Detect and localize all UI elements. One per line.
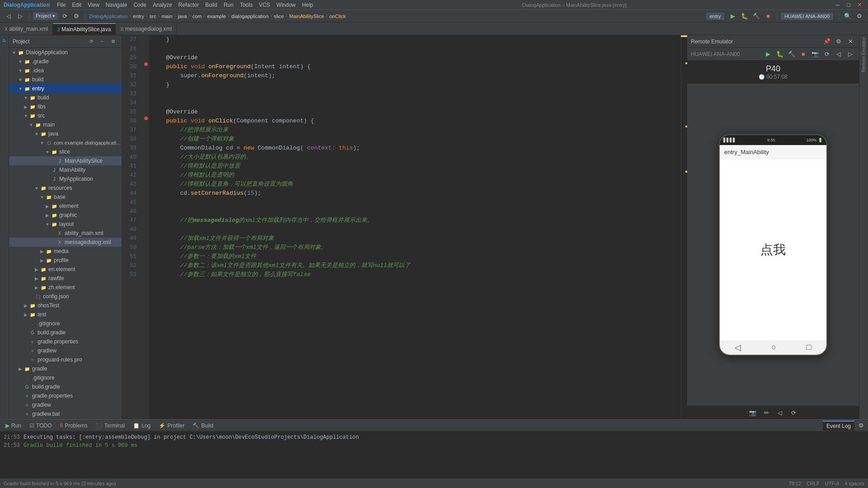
sidebar-sync-btn[interactable]: ⟳ bbox=[86, 37, 96, 47]
breadcrumb-java[interactable]: java bbox=[178, 14, 187, 19]
tree-item-layout[interactable]: ▼ 📁 layout bbox=[9, 220, 122, 229]
tree-item-rawfile[interactable]: ▶ 📁 rawfile bbox=[9, 274, 122, 283]
breadcrumb-com[interactable]: com bbox=[192, 14, 202, 19]
menu-analyze[interactable]: Analyze bbox=[150, 1, 175, 9]
tree-item-test[interactable]: ▶ 📁 test bbox=[9, 310, 122, 319]
menu-edit[interactable]: Edit bbox=[69, 1, 84, 9]
settings-main-button[interactable]: ⚙ bbox=[854, 11, 864, 21]
run-button[interactable]: ▶ bbox=[728, 11, 738, 21]
status-indent[interactable]: 4 spaces bbox=[844, 481, 864, 486]
status-line-sep[interactable]: CRLF bbox=[807, 481, 820, 486]
phone-nav-back[interactable]: ◁ bbox=[735, 343, 741, 352]
build-button[interactable]: 🔨 bbox=[751, 11, 761, 21]
tree-item-idea[interactable]: ▼ 📁 .idea bbox=[9, 66, 122, 75]
tree-item-gradlew[interactable]: ≡ gradlew bbox=[9, 346, 122, 355]
menu-view[interactable]: View bbox=[85, 1, 102, 9]
bottom-tab-problems[interactable]: 6 Problems bbox=[56, 421, 91, 431]
breadcrumb-entry[interactable]: entry bbox=[133, 14, 144, 19]
side-tab-remote-emulator[interactable]: Remote Emulator bbox=[861, 37, 866, 72]
breadcrumb-slice[interactable]: slice bbox=[274, 14, 284, 19]
tree-item-entry-build-gradle[interactable]: G build.gradle bbox=[9, 328, 122, 337]
bottom-tab-event-log[interactable]: Event Log bbox=[823, 421, 854, 431]
tree-item-root-build-gradle[interactable]: G build.gradle bbox=[9, 382, 122, 391]
emulator-nav-back-btn[interactable]: ◁ bbox=[775, 408, 785, 418]
tree-item-gradlew-bat[interactable]: ≡ gradlew.bat bbox=[9, 409, 122, 418]
back-button[interactable]: ◁ bbox=[4, 11, 14, 21]
tree-item-myapplication[interactable]: J MyApplication bbox=[9, 174, 122, 183]
tree-item-gradle[interactable]: ▼ 📁 .gradle bbox=[9, 57, 122, 66]
status-position[interactable]: 79:12 bbox=[789, 481, 802, 486]
emulator-debug-btn[interactable]: 🐛 bbox=[775, 49, 785, 59]
sidebar-collapse-btn[interactable]: − bbox=[97, 37, 107, 47]
tree-item-en-element[interactable]: ▶ 📁 en.element bbox=[9, 265, 122, 274]
emulator-reload-bottom-btn[interactable]: ⟳ bbox=[788, 408, 798, 418]
tree-item-entry-gitignore[interactable]: . .gitignore bbox=[9, 319, 122, 328]
tree-item-ohostest[interactable]: ▶ 📁 ohosTest bbox=[9, 301, 122, 310]
bottom-tab-terminal[interactable]: ⬛ Terminal bbox=[92, 421, 128, 431]
stop-button[interactable]: ■ bbox=[763, 11, 773, 21]
menu-refactor[interactable]: Refactor bbox=[176, 1, 202, 9]
bottom-tab-profiler[interactable]: ⚡ Profiler bbox=[155, 421, 188, 431]
tree-item-messagedialog-xml[interactable]: X messagedialog.xml bbox=[9, 238, 122, 247]
tree-item-java[interactable]: ▼ 📁 java bbox=[9, 129, 122, 138]
forward-button[interactable]: ▷ bbox=[15, 11, 25, 21]
tree-item-config-json[interactable]: { } config.json bbox=[9, 292, 122, 301]
tree-item-gradle-properties[interactable]: ≡ gradle.properties bbox=[9, 337, 122, 346]
tree-item-libs[interactable]: ▶ 📁 libs bbox=[9, 102, 122, 111]
tree-item-base[interactable]: ▼ 📁 base bbox=[9, 192, 122, 202]
emulator-reload-btn[interactable]: ⟳ bbox=[822, 49, 832, 59]
tree-item-root-gradlew[interactable]: ≡ gradlew bbox=[9, 400, 122, 409]
breadcrumb-main[interactable]: main bbox=[161, 14, 172, 19]
emulator-close-btn[interactable]: ✕ bbox=[845, 37, 855, 47]
tree-item-entry-build[interactable]: ▼ 📁 build bbox=[9, 93, 122, 102]
emulator-run-btn[interactable]: ▶ bbox=[763, 49, 773, 59]
tree-item-dialogapplication[interactable]: ▼ 📁 DialogApplication bbox=[9, 48, 122, 57]
emulator-pin-btn[interactable]: 📌 bbox=[822, 37, 832, 47]
tree-item-package[interactable]: ▼ ⬡ com.example.dialogapplicati... bbox=[9, 138, 122, 147]
tree-item-zh-element[interactable]: ▶ 📁 zh.element bbox=[9, 283, 122, 292]
tree-item-element[interactable]: ▶ 📁 element bbox=[9, 202, 122, 211]
tab-ability-main-xml[interactable]: X ability_main.xml bbox=[0, 23, 53, 35]
tree-item-root-gradle-properties[interactable]: ≡ gradle.properties bbox=[9, 391, 122, 400]
project-selector[interactable]: Project ▾ bbox=[33, 12, 58, 20]
sync-button[interactable]: ⟳ bbox=[60, 11, 70, 21]
menu-window[interactable]: Window bbox=[274, 1, 298, 9]
phone-nav-recents[interactable]: □ bbox=[807, 343, 811, 352]
tree-item-local-properties[interactable]: ▶ ≡ local.properties bbox=[9, 418, 122, 419]
menu-file[interactable]: File bbox=[54, 1, 68, 9]
breadcrumb-class[interactable]: MainAbilitySlice bbox=[289, 14, 324, 19]
menu-run[interactable]: Run bbox=[221, 1, 236, 9]
emulator-forward-btn[interactable]: ▷ bbox=[845, 49, 855, 59]
emulator-settings-btn[interactable]: ⚙ bbox=[834, 37, 844, 47]
phone-nav-home[interactable]: ○ bbox=[771, 343, 776, 352]
tree-item-media[interactable]: ▶ 📁 media bbox=[9, 247, 122, 256]
status-encoding[interactable]: UTF-8 bbox=[825, 481, 839, 486]
menu-vcs[interactable]: VCS bbox=[256, 1, 273, 9]
phone-click-text[interactable]: 点我 bbox=[760, 241, 786, 258]
device-selector[interactable]: HUAWEI ANA-AN00 bbox=[781, 13, 833, 20]
breadcrumb-src[interactable]: src bbox=[150, 14, 156, 19]
breadcrumb-dialogapplication[interactable]: dialogapplication bbox=[231, 14, 269, 19]
tree-item-mainabilityslice[interactable]: J MainAbilitySlice bbox=[9, 156, 122, 165]
run-config-selector[interactable]: entry bbox=[706, 13, 724, 20]
event-log-settings[interactable]: ⚙ bbox=[856, 421, 866, 431]
tree-item-entry[interactable]: ▼ 📁 entry bbox=[9, 84, 122, 93]
tree-item-proguard[interactable]: ≡ proguard-rules.pro bbox=[9, 355, 122, 364]
tab-messagedialog-xml[interactable]: X messagedialog.xml bbox=[116, 23, 176, 35]
emulator-back-btn[interactable]: ◁ bbox=[834, 49, 844, 59]
breadcrumb-method[interactable]: onClick bbox=[330, 14, 346, 19]
menu-help[interactable]: Help bbox=[299, 1, 316, 9]
tree-item-root-gitignore[interactable]: . .gitignore bbox=[9, 373, 122, 382]
breakpoint-36[interactable] bbox=[144, 117, 148, 120]
menu-tools[interactable]: Tools bbox=[237, 1, 255, 9]
tree-item-mainability[interactable]: J MainAbility bbox=[9, 165, 122, 174]
breadcrumb-example[interactable]: example bbox=[207, 14, 226, 19]
tree-item-graphic[interactable]: ▶ 📁 graphic bbox=[9, 211, 122, 220]
tree-item-main[interactable]: ▼ 📁 main bbox=[9, 120, 122, 129]
emulator-stop-btn[interactable]: ■ bbox=[798, 49, 808, 59]
project-icon[interactable]: P bbox=[1, 37, 8, 44]
breakpoint-30[interactable] bbox=[144, 62, 148, 66]
bottom-tab-build[interactable]: 🔨 Build bbox=[189, 421, 217, 431]
menu-build[interactable]: Build bbox=[203, 1, 220, 9]
sidebar-settings-btn[interactable]: ⚙ bbox=[108, 37, 118, 47]
